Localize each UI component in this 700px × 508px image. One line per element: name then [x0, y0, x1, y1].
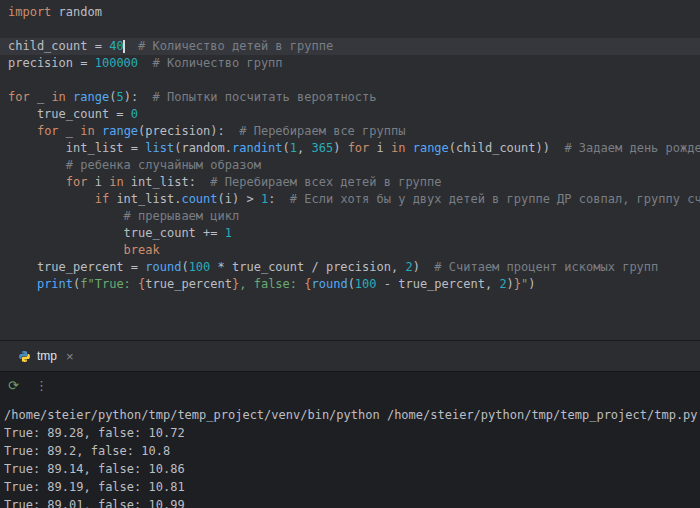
- code-line[interactable]: import random: [0, 4, 700, 21]
- code-token: # Считаем процент искомых групп: [420, 260, 658, 274]
- code-token: (: [283, 141, 290, 155]
- code-token: in: [51, 90, 65, 104]
- code-token: for: [8, 90, 30, 104]
- code-line[interactable]: # прерываем цикл: [0, 208, 700, 225]
- code-token: 100: [355, 277, 377, 291]
- code-token: import: [8, 5, 51, 19]
- code-token: range: [73, 90, 109, 104]
- code-token: # Количество детей в группе: [124, 39, 334, 53]
- code-token: [8, 124, 37, 138]
- code-token: round: [145, 260, 181, 274]
- code-token: [8, 192, 95, 206]
- code-token: in: [80, 124, 94, 138]
- code-token: # прерываем цикл: [8, 209, 239, 223]
- code-token: # Количество групп: [138, 56, 283, 70]
- code-line[interactable]: [0, 72, 700, 89]
- code-token: true_count =: [8, 107, 131, 121]
- code-line[interactable]: if int_list.count(i) > 1: # Если хотя бы…: [0, 191, 700, 208]
- code-token: 100000: [95, 56, 138, 70]
- code-token: _: [59, 124, 81, 138]
- code-token: * true_count / precision,: [210, 260, 405, 274]
- code-token: _: [30, 90, 52, 104]
- code-token: 100: [189, 260, 211, 274]
- code-line[interactable]: for i in int_list: # Перебираем всех дет…: [0, 174, 700, 191]
- code-token: child_count =: [8, 39, 109, 53]
- code-line[interactable]: for _ in range(5): # Попытки посчитать в…: [0, 89, 700, 106]
- code-token: }: [514, 277, 521, 291]
- console-line: True: 89.01, false: 10.99: [4, 496, 700, 508]
- console-line: True: 89.28, false: 10.72: [4, 424, 700, 442]
- code-line[interactable]: [0, 21, 700, 38]
- close-icon[interactable]: ×: [66, 350, 74, 363]
- code-line[interactable]: true_count += 1: [0, 225, 700, 242]
- code-token: ): [507, 277, 514, 291]
- code-token: (: [181, 260, 188, 274]
- code-token: [8, 243, 124, 257]
- code-token: 1: [225, 226, 232, 240]
- code-line[interactable]: print(f"True: {true_percent}, false: {ro…: [0, 276, 700, 293]
- code-token: ,: [297, 141, 311, 155]
- code-token: (: [348, 277, 355, 291]
- rerun-icon[interactable]: ⟳: [8, 379, 19, 392]
- console-line: True: 89.2, false: 10.8: [4, 442, 700, 460]
- code-line[interactable]: for _ in range(precision): # Перебираем …: [0, 123, 700, 140]
- code-token: int_list.: [109, 192, 181, 206]
- code-token: 365: [311, 141, 333, 155]
- code-line[interactable]: # ребенка случайным образом: [0, 157, 700, 174]
- code-token: (child_count)): [449, 141, 550, 155]
- code-token: 0: [131, 107, 138, 121]
- code-token: randint: [232, 141, 283, 155]
- code-token: # Перебираем всех детей в группе: [196, 175, 442, 189]
- code-token: [405, 141, 412, 155]
- code-token: [8, 277, 37, 291]
- code-token: ): [528, 277, 535, 291]
- code-token: ):: [124, 90, 138, 104]
- code-token: for: [348, 141, 370, 155]
- console-output[interactable]: /home/steier/python/tmp/temp_project/ven…: [0, 398, 700, 508]
- code-line[interactable]: int_list = list(random.randint(1, 365) f…: [0, 140, 700, 157]
- code-line[interactable]: child_count = 40 # Количество детей в гр…: [0, 38, 700, 55]
- code-token: range: [102, 124, 138, 138]
- code-token: precision =: [8, 56, 95, 70]
- run-toolbar: ⟳ ⋮: [0, 371, 700, 398]
- code-editor[interactable]: import random child_count = 40 # Количес…: [0, 0, 700, 340]
- code-token: (i) >: [218, 192, 261, 206]
- code-token: [8, 175, 66, 189]
- code-token: # Если хотя бы у двух детей в группе ДР …: [275, 192, 700, 206]
- code-token: if: [95, 192, 109, 206]
- code-token: - true_percent,: [377, 277, 500, 291]
- code-token: true_percent: [145, 277, 232, 291]
- python-icon: [18, 350, 31, 363]
- code-token: f"True:: [80, 277, 138, 291]
- code-token: round: [312, 277, 348, 291]
- code-token: true_count +=: [8, 226, 225, 240]
- console-line: True: 89.14, false: 10.86: [4, 460, 700, 478]
- code-token: for: [66, 175, 88, 189]
- code-token: in: [109, 175, 123, 189]
- code-line[interactable]: break: [0, 242, 700, 259]
- code-token: i: [87, 175, 109, 189]
- code-token: range: [413, 141, 449, 155]
- code-token: {: [304, 277, 311, 291]
- code-line[interactable]: true_percent = round(100 * true_count / …: [0, 259, 700, 276]
- code-line[interactable]: true_count = 0: [0, 106, 700, 123]
- code-token: 2: [499, 277, 506, 291]
- code-token: # ребенка случайным образом: [8, 158, 261, 172]
- code-token: 1: [290, 141, 297, 155]
- run-tool-window-tabs: tmp ×: [0, 340, 700, 371]
- code-token: i: [369, 141, 391, 155]
- code-token: break: [124, 243, 160, 257]
- code-token: # Попытки посчитать вероятность: [138, 90, 376, 104]
- ide-window: import random child_count = 40 # Количес…: [0, 0, 700, 508]
- code-token: list: [145, 141, 174, 155]
- code-token: , false:: [239, 277, 304, 291]
- tab-tmp[interactable]: tmp ×: [10, 341, 82, 371]
- code-line[interactable]: precision = 100000 # Количество групп: [0, 55, 700, 72]
- code-token: print: [37, 277, 73, 291]
- tab-label: tmp: [37, 349, 57, 363]
- code-token: (precision):: [138, 124, 225, 138]
- more-options-icon[interactable]: ⋮: [35, 379, 48, 392]
- code-token: random: [51, 5, 102, 19]
- code-token: 2: [405, 260, 412, 274]
- code-token: true_percent =: [8, 260, 145, 274]
